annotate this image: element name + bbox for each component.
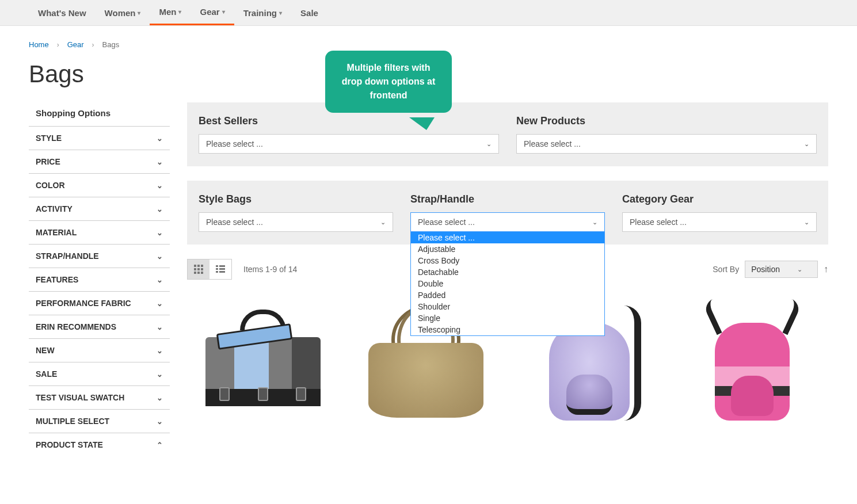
- filter-label: Color: [36, 181, 65, 190]
- category-gear-select[interactable]: Please select ... ⌄: [622, 212, 817, 232]
- chevron-down-icon: ▾: [138, 10, 140, 16]
- filter-new-products: New Products Please select ... ⌄: [516, 115, 817, 154]
- filter-label: Best Sellers: [199, 115, 499, 127]
- sidebar-filter-price[interactable]: Price⌄: [29, 150, 170, 173]
- sidebar-filter-style[interactable]: Style⌄: [29, 126, 170, 150]
- nav-training[interactable]: Training ▾: [234, 0, 291, 25]
- sidebar: Shopping Options Style⌄Price⌄Color⌄Activ…: [29, 102, 170, 456]
- filter-label: Style Bags: [199, 193, 393, 205]
- dropdown-option[interactable]: Please select ...: [411, 232, 604, 243]
- chevron-down-icon: ⌄: [804, 140, 809, 148]
- sidebar-filter-erin-recommends[interactable]: Erin Recommends⌄: [29, 315, 170, 338]
- nav-label: Training: [243, 8, 277, 18]
- product-item[interactable]: [677, 297, 829, 429]
- filter-label: Sale: [36, 369, 57, 379]
- filter-label: Activity: [36, 204, 73, 213]
- svg-rect-10: [219, 265, 225, 267]
- sidebar-filter-strap-handle[interactable]: Strap/Handle⌄: [29, 244, 170, 268]
- chevron-down-icon: ⌄: [486, 140, 492, 148]
- select-value: Please select ...: [418, 217, 475, 227]
- svg-rect-12: [219, 268, 225, 270]
- select-value: Please select ...: [206, 217, 263, 227]
- nav-sale[interactable]: Sale: [291, 0, 327, 25]
- sidebar-filter-color[interactable]: Color⌄: [29, 173, 170, 197]
- filter-best-sellers: Best Sellers Please select ... ⌄: [199, 115, 499, 154]
- dropdown-option[interactable]: Single: [411, 312, 604, 324]
- grid-view-button[interactable]: [188, 259, 210, 279]
- filter-label: Category Gear: [622, 193, 817, 205]
- filter-label: Erin Recommends: [36, 322, 116, 331]
- chevron-down-icon: ⌄: [157, 417, 163, 426]
- dropdown-option[interactable]: Telescoping: [411, 324, 604, 335]
- svg-rect-5: [201, 268, 203, 270]
- nav-label: What's New: [38, 8, 86, 18]
- svg-rect-6: [194, 272, 196, 274]
- sidebar-filter-test-visual-swatch[interactable]: Test Visual Swatch⌄: [29, 385, 170, 409]
- nav-women[interactable]: Women ▾: [96, 0, 150, 25]
- new-products-select[interactable]: Please select ... ⌄: [516, 134, 817, 154]
- best-sellers-select[interactable]: Please select ... ⌄: [199, 134, 499, 154]
- svg-rect-2: [201, 265, 203, 267]
- svg-rect-3: [194, 268, 196, 270]
- style-bags-select[interactable]: Please select ... ⌄: [199, 212, 393, 232]
- chevron-down-icon: ⌄: [157, 370, 163, 379]
- filter-label: New: [36, 346, 55, 355]
- svg-rect-0: [194, 265, 196, 267]
- sidebar-filter-performance-fabric[interactable]: Performance Fabric⌄: [29, 291, 170, 315]
- sidebar-filter-new[interactable]: New⌄: [29, 338, 170, 362]
- breadcrumb-current: Bags: [102, 40, 120, 49]
- chevron-down-icon: ⌄: [157, 394, 163, 402]
- nav-whats-new[interactable]: What's New: [29, 0, 96, 25]
- breadcrumb: Home › Gear › Bags: [29, 40, 828, 49]
- dropdown-option[interactable]: Cross Body: [411, 255, 604, 266]
- breadcrumb-gear[interactable]: Gear: [67, 40, 84, 49]
- chevron-right-icon: ›: [92, 41, 94, 49]
- filter-label: Test Visual Swatch: [36, 393, 124, 402]
- top-nav: What's New Women ▾ Men ▾ Gear ▾ Training…: [0, 0, 857, 26]
- chevron-down-icon: ▾: [279, 10, 282, 16]
- filter-strap-handle: Strap/Handle Please select ... ⌄ Please …: [410, 193, 605, 232]
- dropdown-option[interactable]: Detachable: [411, 266, 604, 278]
- dropdown-option[interactable]: Adjustable: [411, 243, 604, 255]
- nav-label: Gear: [200, 7, 219, 17]
- chevron-down-icon: ⌄: [797, 266, 802, 273]
- dropdown-option[interactable]: Padded: [411, 289, 604, 301]
- nav-gear[interactable]: Gear ▾: [191, 0, 234, 25]
- sidebar-heading: Shopping Options: [29, 102, 170, 126]
- sidebar-filter-features[interactable]: Features⌄: [29, 268, 170, 291]
- view-mode-switcher: [187, 259, 232, 280]
- nav-men[interactable]: Men ▾: [150, 0, 191, 25]
- sort-by-label: Sort By: [713, 265, 739, 274]
- chevron-down-icon: ⌄: [804, 219, 809, 226]
- dropdown-option[interactable]: Double: [411, 278, 604, 289]
- sidebar-filter-sale[interactable]: Sale⌄: [29, 362, 170, 385]
- chevron-down-icon: ▾: [222, 9, 225, 15]
- filter-style-bags: Style Bags Please select ... ⌄: [199, 193, 393, 232]
- select-value: Please select ...: [630, 217, 687, 227]
- sidebar-filter-product-state[interactable]: Product State⌃: [29, 433, 170, 456]
- filter-label: Price: [36, 157, 60, 166]
- sort-value: Position: [751, 265, 780, 274]
- chevron-down-icon: ⌄: [157, 346, 163, 355]
- chevron-up-icon: ⌃: [157, 441, 163, 449]
- svg-rect-8: [201, 272, 203, 274]
- list-view-button[interactable]: [210, 259, 231, 279]
- item-count: Items 1-9 of 14: [243, 265, 297, 274]
- sort-direction-button[interactable]: ↑: [824, 264, 828, 274]
- callout-text: Multiple filters with drop down options …: [342, 63, 436, 100]
- breadcrumb-home[interactable]: Home: [29, 40, 49, 49]
- sidebar-filter-activity[interactable]: Activity⌄: [29, 197, 170, 220]
- chevron-down-icon: ⌄: [157, 158, 163, 166]
- filter-label: Style: [36, 133, 62, 143]
- strap-handle-select[interactable]: Please select ... ⌄: [410, 212, 605, 232]
- sidebar-filter-multiple-select[interactable]: Multiple Select⌄: [29, 409, 170, 433]
- filter-label: Product State: [36, 440, 103, 449]
- sidebar-filter-material[interactable]: Material⌄: [29, 220, 170, 244]
- sort-by-select[interactable]: Position ⌄: [745, 261, 818, 278]
- product-item[interactable]: [187, 297, 339, 429]
- nav-label: Sale: [300, 8, 318, 18]
- filter-label: Material: [36, 228, 77, 237]
- filter-label: New Products: [516, 115, 817, 127]
- product-image: [205, 320, 321, 406]
- dropdown-option[interactable]: Shoulder: [411, 301, 604, 312]
